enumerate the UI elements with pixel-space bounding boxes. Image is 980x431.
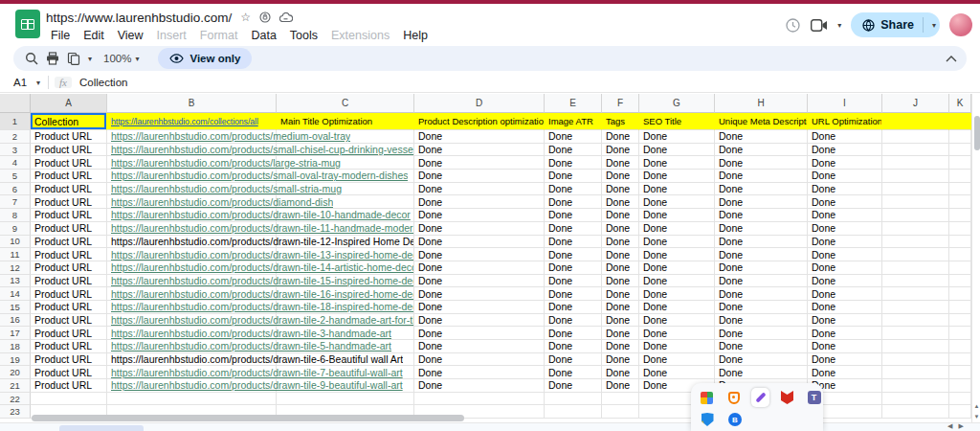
cell-b5[interactable]: https://laurenhbstudio.com/products/smal… — [107, 170, 277, 183]
bluetooth-icon[interactable]: B — [725, 410, 745, 429]
cell-k2[interactable] — [949, 130, 971, 144]
cell-e3[interactable]: Done — [545, 144, 602, 157]
cell-k9[interactable] — [949, 222, 971, 236]
cell-a4[interactable]: Product URL — [31, 156, 107, 170]
product-url-link[interactable]: https://laurenhbstudio.com/products/smal… — [111, 144, 413, 156]
cell-k3[interactable] — [949, 144, 971, 157]
cell-k11[interactable] — [949, 248, 971, 261]
cell-j21[interactable] — [882, 379, 949, 393]
cell-i13[interactable]: Done — [808, 275, 882, 288]
cell-b7[interactable]: https://laurenhbstudio.com/products/diam… — [107, 195, 277, 209]
product-url-link[interactable]: https://laurenhbstudio.com/products/draw… — [111, 314, 413, 327]
column-header-f[interactable]: F — [602, 94, 639, 113]
cell-h7[interactable]: Done — [715, 195, 808, 209]
product-url-link[interactable]: https://laurenhbstudio.com/products/smal… — [111, 183, 342, 195]
view-only-button[interactable]: View only — [158, 48, 252, 69]
cell-i3[interactable]: Done — [808, 144, 882, 157]
row-number[interactable]: 11 — [0, 248, 31, 261]
cell-h18[interactable]: Done — [715, 340, 808, 353]
cell-j12[interactable] — [882, 261, 949, 275]
name-box-caret-icon[interactable]: ▾ — [36, 79, 40, 87]
google-sheets-logo-icon[interactable] — [15, 10, 40, 38]
cell-b3[interactable]: https://laurenhbstudio.com/products/smal… — [107, 144, 277, 157]
cell-e6[interactable]: Done — [545, 183, 602, 196]
cell-a20[interactable]: Product URL — [31, 366, 107, 379]
cell-e9[interactable]: Done — [545, 222, 602, 236]
cell-k21[interactable] — [949, 379, 971, 393]
cell-f7[interactable]: Done — [602, 195, 639, 209]
cell-b13[interactable]: https://laurenhbstudio.com/products/draw… — [107, 275, 277, 288]
cell-e19[interactable]: Done — [545, 353, 602, 367]
cell-i5[interactable]: Done — [808, 170, 882, 183]
cell-f18[interactable]: Done — [602, 340, 639, 353]
cell-g8[interactable]: Done — [639, 209, 715, 222]
cell-f6[interactable]: Done — [602, 183, 639, 196]
cell-b14[interactable]: https://laurenhbstudio.com/products/draw… — [107, 287, 277, 301]
cell-h6[interactable]: Done — [715, 183, 808, 196]
cell-g12[interactable]: Done — [639, 261, 715, 275]
cell-j10[interactable] — [882, 236, 949, 249]
cell-k15[interactable] — [949, 301, 971, 314]
row-number[interactable]: 12 — [0, 261, 31, 275]
cell-d19[interactable]: Done — [414, 353, 545, 367]
menu-view[interactable]: View — [111, 28, 150, 43]
cell-h11[interactable]: Done — [715, 248, 808, 261]
teams-icon[interactable]: T — [805, 388, 823, 407]
star-icon[interactable]: ☆ — [240, 11, 251, 23]
cell-c1[interactable]: Main Title Optimization — [277, 113, 414, 130]
cell-g9[interactable]: Done — [639, 222, 715, 236]
cell-k5[interactable] — [949, 170, 971, 183]
cell-j7[interactable] — [882, 195, 949, 209]
cell-f1[interactable]: Tags — [602, 113, 639, 130]
vertical-scrollbar[interactable]: ▲ ▼ — [971, 94, 980, 424]
cell-a9[interactable]: Product URL — [31, 222, 107, 236]
column-header-a[interactable]: A — [31, 94, 107, 113]
cell-g7[interactable]: Done — [639, 195, 715, 209]
share-dropdown-caret-icon[interactable]: ▾ — [932, 21, 936, 30]
product-url-link[interactable]: https://laurenhbstudio.com/products/draw… — [111, 287, 413, 300]
cell-h16[interactable]: Done — [715, 314, 808, 328]
cell-i20[interactable]: Done — [808, 366, 882, 379]
row-number[interactable]: 23 — [0, 405, 31, 419]
cell-f14[interactable]: Done — [602, 287, 639, 301]
cell-e5[interactable]: Done — [545, 170, 602, 183]
menu-data[interactable]: Data — [244, 28, 282, 43]
cell-g20[interactable]: Done — [639, 366, 715, 379]
cell-k22[interactable] — [949, 393, 971, 406]
cell-i10[interactable]: Done — [808, 236, 882, 249]
cell-g14[interactable]: Done — [639, 287, 715, 301]
cell-h1[interactable]: Unique Meta Description — [715, 113, 808, 130]
cell-d16[interactable]: Done — [414, 314, 545, 328]
cell-f4[interactable]: Done — [602, 156, 639, 170]
cell-k19[interactable] — [949, 353, 971, 367]
cell-e4[interactable]: Done — [545, 156, 602, 170]
cell-e15[interactable]: Done — [545, 301, 602, 314]
cell-h15[interactable]: Done — [715, 301, 808, 314]
product-url-link[interactable]: https://laurenhbstudio.com/products/medi… — [111, 130, 350, 143]
cell-a19[interactable]: Product URL — [31, 353, 107, 367]
cell-i4[interactable]: Done — [808, 156, 882, 170]
cell-f20[interactable]: Done — [602, 366, 639, 379]
cell-k8[interactable] — [949, 209, 971, 222]
cell-j18[interactable] — [882, 340, 949, 353]
cell-j15[interactable] — [882, 301, 949, 314]
row-number[interactable]: 4 — [0, 156, 31, 170]
cell-f13[interactable]: Done — [602, 275, 639, 288]
cell-d12[interactable]: Done — [414, 261, 545, 275]
scroll-down-icon[interactable]: ▼ — [972, 412, 980, 421]
column-header-i[interactable]: I — [808, 94, 882, 113]
collections-link[interactable]: https://laurenhbstudio.com/collections/a… — [111, 117, 258, 126]
version-history-icon[interactable] — [785, 17, 801, 34]
cell-i2[interactable]: Done — [808, 130, 882, 144]
cell-f16[interactable]: Done — [602, 314, 639, 328]
cell-g5[interactable]: Done — [639, 170, 715, 183]
row-number[interactable]: 18 — [0, 340, 31, 353]
cell-d9[interactable]: Done — [414, 222, 545, 236]
cell-j8[interactable] — [882, 209, 949, 222]
cell-a12[interactable]: Product URL — [31, 261, 107, 275]
cell-a17[interactable]: Product URL — [31, 327, 107, 340]
cell-a21[interactable]: Product URL — [31, 379, 107, 393]
cell-h3[interactable]: Done — [715, 144, 808, 157]
cell-k18[interactable] — [949, 340, 971, 353]
column-header-d[interactable]: D — [414, 94, 545, 113]
